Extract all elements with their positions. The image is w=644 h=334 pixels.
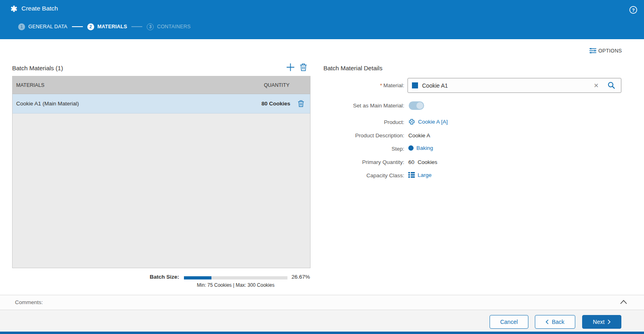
delete-material-button[interactable] xyxy=(300,63,307,73)
comments-section: Comments: xyxy=(0,295,644,310)
step-number: 1 xyxy=(18,23,25,30)
chevron-up-icon xyxy=(620,300,627,304)
svg-text:?: ? xyxy=(632,8,635,13)
product-link[interactable]: Cookie A [A] xyxy=(418,119,448,125)
product-label: Product: xyxy=(327,119,404,125)
primary-quantity-value: 60 xyxy=(408,159,414,165)
main-material-toggle[interactable] xyxy=(409,101,424,110)
comments-label: Comments: xyxy=(15,299,43,305)
chevron-right-icon xyxy=(608,319,610,324)
toggle-knob xyxy=(416,102,423,109)
asterisk-icon: ✱ xyxy=(11,4,17,14)
table-row[interactable]: Cookie A1 (Main Material) 80 Cookies xyxy=(13,94,310,113)
comments-collapse-button[interactable] xyxy=(620,300,627,304)
trash-icon xyxy=(298,100,304,107)
step-connector xyxy=(131,26,142,27)
back-label: Back xyxy=(552,319,564,325)
step-connector xyxy=(72,26,83,27)
batch-size-range: Min: 75 Cookies | Max: 300 Cookies xyxy=(178,282,293,288)
batch-size-percent: 26.67% xyxy=(291,274,310,280)
step-containers[interactable]: 3 CONTAINERS xyxy=(147,23,190,30)
details-panel-title: Batch Material Details xyxy=(323,65,382,71)
cancel-label: Cancel xyxy=(500,319,518,325)
row-material-cell: Cookie A1 (Main Material) xyxy=(13,101,262,107)
batch-size-progressbar xyxy=(184,276,287,279)
trash-icon xyxy=(300,63,307,71)
batch-size-fill xyxy=(184,276,211,279)
options-label: OPTIONS xyxy=(598,48,622,54)
step-number: 3 xyxy=(147,23,154,30)
step-circle-icon xyxy=(408,145,414,151)
product-description-label: Product Description: xyxy=(327,132,404,139)
row-delete-button[interactable] xyxy=(298,100,304,107)
add-material-button[interactable] xyxy=(286,63,295,73)
step-label: CONTAINERS xyxy=(157,24,190,29)
step-number: 2 xyxy=(87,23,94,30)
product-description-value: Cookie A xyxy=(408,132,430,139)
product-structure-icon xyxy=(408,118,415,125)
options-button[interactable]: OPTIONS xyxy=(589,48,622,54)
list-icon xyxy=(408,172,415,178)
step-general-data[interactable]: 1 GENERAL DATA xyxy=(18,23,68,30)
close-icon[interactable]: ✕ xyxy=(593,82,599,88)
options-sliders-icon xyxy=(589,48,597,54)
wizard-steps: 1 GENERAL DATA 2 MATERIALS 3 CONTAINERS xyxy=(18,23,190,30)
capacity-class-label: Capacity Class: xyxy=(327,172,404,179)
material-label: *Material: xyxy=(327,82,404,88)
next-label: Next xyxy=(593,319,605,325)
material-input[interactable]: Cookie A1 ✕ xyxy=(408,78,621,93)
step-materials[interactable]: 2 MATERIALS xyxy=(87,23,127,30)
footer-bar: Cancel Back Next xyxy=(0,311,644,332)
materials-panel-title: Batch Materials (1) xyxy=(12,65,63,71)
capacity-class-link[interactable]: Large xyxy=(418,172,432,178)
column-header-materials: MATERIALS xyxy=(13,82,245,88)
step-label: GENERAL DATA xyxy=(28,24,68,29)
batch-materials-table: MATERIALS QUANTITY Cookie A1 (Main Mater… xyxy=(12,76,310,268)
material-type-icon xyxy=(412,82,418,88)
cancel-button[interactable]: Cancel xyxy=(490,315,528,329)
required-marker: * xyxy=(380,82,382,88)
page-title: Create Batch xyxy=(21,5,58,12)
step-label: Step: xyxy=(327,146,404,152)
chevron-left-icon xyxy=(546,319,549,324)
step-label: MATERIALS xyxy=(97,24,127,29)
batch-size-label: Batch Size: xyxy=(137,274,179,280)
search-icon[interactable] xyxy=(608,82,615,89)
plus-icon xyxy=(286,63,295,71)
primary-quantity-label: Primary Quantity: xyxy=(327,159,404,165)
table-header-row: MATERIALS QUANTITY xyxy=(13,76,310,94)
column-header-quantity: QUANTITY xyxy=(245,82,289,88)
row-quantity-cell: 80 Cookies xyxy=(262,101,290,107)
next-button[interactable]: Next xyxy=(582,315,621,329)
primary-quantity-uom: Cookies xyxy=(418,159,437,165)
material-input-value: Cookie A1 xyxy=(422,82,593,89)
window-bottom-border xyxy=(0,332,644,334)
step-link[interactable]: Baking xyxy=(416,145,433,151)
back-button[interactable]: Back xyxy=(535,315,575,329)
app-header: ✱ Create Batch ? 1 GENERAL DATA 2 MATERI… xyxy=(0,0,644,39)
main-material-label: Set as Main Material: xyxy=(327,103,404,109)
help-icon[interactable]: ? xyxy=(629,6,638,14)
